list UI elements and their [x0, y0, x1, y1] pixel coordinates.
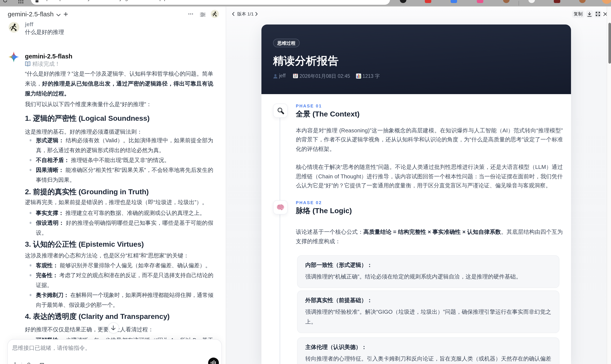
svg-text:17: 17 — [294, 75, 297, 78]
